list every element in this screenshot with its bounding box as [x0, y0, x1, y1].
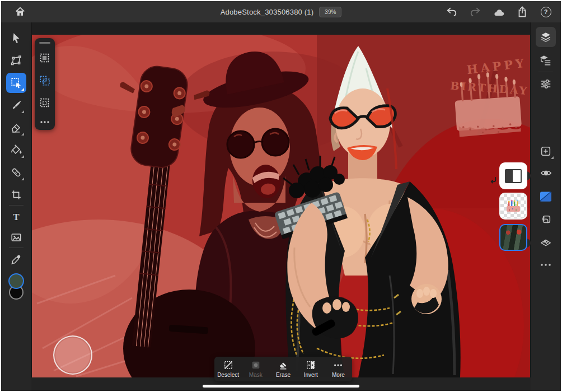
selection-more-options-button[interactable] — [37, 114, 53, 130]
mask-toggle-button[interactable] — [536, 186, 556, 207]
eyedropper-tool-button[interactable] — [6, 250, 26, 270]
layer-properties-button[interactable] — [536, 50, 556, 71]
help-button[interactable]: ? — [536, 4, 555, 20]
deselect-icon — [223, 360, 233, 370]
crop-tool-button[interactable] — [6, 185, 26, 205]
layer-mask-thumbnail[interactable] — [499, 162, 527, 189]
undo-icon — [446, 6, 458, 17]
adjustments-icon — [540, 78, 552, 90]
brush-tool-icon — [10, 99, 22, 111]
brush-size-cursor[interactable] — [53, 335, 92, 375]
help-icon: ? — [541, 7, 551, 17]
subtract-from-selection-button[interactable] — [37, 95, 53, 111]
clip-layer-button[interactable] — [536, 210, 556, 230]
birthday-cake-layer-thumbnail[interactable] — [499, 193, 527, 220]
healing-tool-icon — [10, 166, 22, 179]
ipad-home-indicator[interactable] — [203, 385, 359, 388]
selection-options-panel — [35, 38, 55, 130]
erase-icon — [278, 360, 288, 370]
canvas-viewport[interactable]: HAPPY BIRTHDAY — [31, 22, 531, 377]
place-image-icon — [10, 231, 22, 244]
selection-action-bar: Deselect Mask Erase Invert More — [214, 357, 352, 381]
erase-button[interactable]: Erase — [269, 357, 297, 381]
invert-icon — [306, 360, 316, 370]
subtract-from-selection-icon — [39, 97, 51, 109]
photo-layer-thumbnail[interactable] — [499, 224, 527, 251]
deselect-button[interactable]: Deselect — [214, 357, 242, 381]
select-tool-icon — [10, 77, 22, 89]
transform-tool-button[interactable] — [6, 50, 26, 71]
add-to-selection-icon — [39, 74, 51, 87]
move-tool-icon — [10, 32, 22, 44]
select-tool-button[interactable] — [6, 73, 26, 93]
mask-action-button[interactable]: Mask — [242, 357, 269, 381]
layers-panel-button[interactable] — [536, 27, 556, 47]
more-dots-icon — [333, 360, 343, 370]
mask-action-icon — [251, 360, 261, 370]
left-toolbar: T — [1, 22, 32, 391]
eraser-tool-icon — [10, 122, 22, 134]
layers-icon — [540, 31, 552, 43]
panel-drag-handle[interactable] — [39, 42, 50, 44]
crop-tool-icon — [10, 189, 22, 201]
mask-action-label: Mask — [249, 372, 263, 378]
share-icon — [517, 6, 528, 18]
merge-flatten-icon — [540, 237, 552, 249]
add-layer-button[interactable] — [536, 141, 556, 161]
more-label: More — [332, 372, 345, 378]
add-layer-icon — [540, 145, 552, 157]
type-tool-icon: T — [13, 212, 19, 223]
foreground-color-chip[interactable] — [8, 273, 24, 289]
brush-tool-button[interactable] — [6, 95, 26, 115]
toolbar-divider — [9, 248, 24, 248]
merge-flatten-button[interactable] — [536, 233, 556, 253]
transform-tool-icon — [10, 54, 22, 67]
toolbar-divider — [9, 205, 24, 206]
document-title: AdobeStock_303506380 (1) — [221, 8, 314, 16]
new-selection-button[interactable] — [37, 50, 53, 66]
mask-thumbnail-icon — [505, 169, 522, 183]
mask-link-arrow-icon — [489, 176, 498, 184]
more-button[interactable]: More — [325, 357, 352, 381]
eraser-tool-button[interactable] — [6, 118, 26, 138]
cake-thumbnail-art — [504, 199, 523, 213]
toolbar-divider — [538, 72, 553, 72]
more-dots-icon — [540, 263, 551, 267]
photoshop-app-window: AdobeStock_303506380 (1) 39% — [1, 1, 561, 391]
healing-tool-button[interactable] — [6, 162, 26, 183]
home-icon — [14, 6, 26, 18]
deselect-label: Deselect — [217, 372, 239, 378]
right-toolbar — [530, 22, 561, 391]
adjustments-button[interactable] — [536, 74, 556, 94]
place-image-tool-button[interactable] — [6, 227, 26, 248]
layer-properties-icon — [540, 54, 552, 67]
fill-tool-icon — [10, 144, 22, 156]
clip-layer-icon — [540, 214, 552, 226]
cloud-icon — [492, 6, 505, 17]
redo-icon — [469, 6, 481, 17]
type-tool-button[interactable]: T — [6, 207, 26, 227]
invert-label: Invert — [304, 372, 318, 378]
cloud-sync-button[interactable] — [489, 4, 508, 20]
share-button[interactable] — [513, 4, 532, 20]
new-selection-icon — [39, 52, 51, 64]
canvas-image: HAPPY BIRTHDAY — [31, 35, 531, 377]
invert-button[interactable]: Invert — [297, 357, 325, 381]
home-button[interactable] — [9, 4, 31, 20]
zoom-level-badge[interactable]: 39% — [319, 7, 341, 17]
mask-icon — [539, 190, 552, 203]
erase-label: Erase — [276, 372, 291, 378]
eyedropper-icon — [10, 254, 22, 266]
fill-tool-button[interactable] — [6, 140, 26, 160]
move-tool-button[interactable] — [6, 28, 26, 48]
top-bar: AdobeStock_303506380 (1) 39% — [1, 1, 561, 22]
more-dots-icon — [40, 120, 50, 124]
layer-visibility-button[interactable] — [536, 163, 556, 183]
add-to-selection-button[interactable] — [37, 73, 53, 88]
undo-button[interactable] — [442, 4, 461, 20]
eye-icon — [540, 167, 552, 179]
redo-button[interactable] — [466, 4, 485, 20]
more-options-button[interactable] — [536, 255, 556, 275]
